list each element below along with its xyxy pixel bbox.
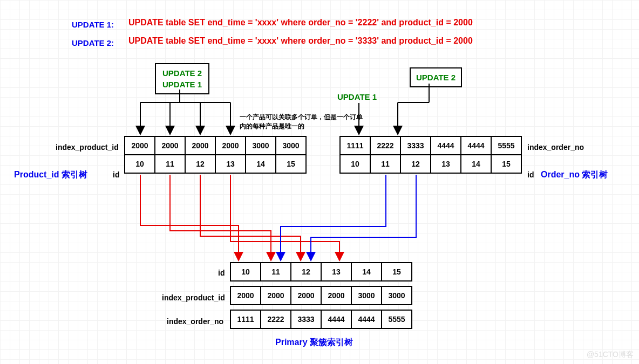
update2-label: UPDATE 2: [72, 38, 114, 47]
note-text: 一个产品可以关联多个订单，但是一个订单内的每种产品是唯一的 [240, 113, 364, 131]
cell: 2000 [155, 136, 185, 155]
cell: 4444 [431, 136, 461, 155]
cell: 3333 [291, 310, 321, 328]
left-row1-label: index_product_id [56, 143, 119, 152]
primary-row2-label: index_product_id [162, 293, 225, 302]
cell: 2000 [215, 136, 246, 155]
mid-update1-label: UPDATE 1 [337, 92, 377, 101]
cell: 5555 [491, 136, 521, 155]
cell: 3000 [246, 136, 276, 155]
cell: 13 [321, 263, 351, 281]
cell: 3333 [400, 136, 431, 155]
cell: 15 [491, 155, 521, 173]
left-update-box: UPDATE 2 UPDATE 1 [155, 63, 209, 94]
watermark: @51CTO博客 [587, 350, 634, 360]
left-index-grid: 2000 2000 2000 2000 3000 3000 10 11 12 1… [124, 136, 307, 174]
cell: 2000 [185, 136, 215, 155]
cell: 10 [340, 155, 370, 173]
right-index-grid: 1111 2222 3333 4444 4444 5555 10 11 12 1… [339, 136, 522, 174]
primary-row3-label: index_order_no [167, 317, 223, 326]
cell: 10 [125, 155, 155, 173]
cell: 2000 [125, 136, 155, 155]
cell: 15 [382, 263, 412, 281]
cell: 4444 [351, 310, 382, 328]
cell: 2222 [261, 310, 291, 328]
primary-title: Primary 聚簇索引树 [275, 337, 353, 348]
left-box-line1: UPDATE 2 [162, 67, 202, 79]
update2-sql: UPDATE table SET end_time = 'xxxx' where… [128, 36, 473, 46]
cell: 11 [370, 155, 400, 173]
cell: 12 [185, 155, 215, 173]
primary-row1-label: id [218, 269, 225, 277]
cell: 1111 [340, 136, 370, 155]
update1-sql: UPDATE table SET end_time = 'xxxx' where… [128, 18, 473, 28]
cell: 5555 [382, 310, 412, 328]
right-row1-label: index_order_no [527, 143, 584, 152]
cell: 10 [230, 263, 261, 281]
left-row2-label: id [113, 170, 119, 179]
cell: 3000 [351, 286, 382, 305]
cell: 13 [431, 155, 461, 173]
cell: 14 [246, 155, 276, 173]
primary-grid-row3: 1111 2222 3333 4444 4444 5555 [230, 310, 412, 329]
cell: 1111 [230, 310, 261, 328]
cell: 15 [276, 155, 306, 173]
cell: 2000 [321, 286, 351, 305]
cell: 11 [155, 155, 185, 173]
right-row2-label: id [527, 170, 534, 179]
cell: 13 [215, 155, 246, 173]
cell: 14 [461, 155, 491, 173]
cell: 2222 [370, 136, 400, 155]
cell: 14 [351, 263, 382, 281]
primary-grid-row2: 2000 2000 2000 2000 3000 3000 [230, 286, 412, 305]
cell: 12 [400, 155, 431, 173]
cell: 3000 [276, 136, 306, 155]
right-update-box: UPDATE 2 [410, 67, 462, 87]
left-tree-title: Product_id 索引树 [14, 169, 87, 181]
update1-label: UPDATE 1: [72, 20, 114, 29]
cell: 2000 [261, 286, 291, 305]
cell: 11 [261, 263, 291, 281]
cell: 2000 [291, 286, 321, 305]
cell: 12 [291, 263, 321, 281]
left-box-line2: UPDATE 1 [162, 79, 202, 90]
cell: 3000 [382, 286, 412, 305]
right-tree-title: Order_no 索引树 [541, 169, 608, 181]
cell: 4444 [321, 310, 351, 328]
cell: 4444 [461, 136, 491, 155]
cell: 2000 [230, 286, 261, 305]
primary-grid-row1: 10 11 12 13 14 15 [230, 262, 412, 281]
